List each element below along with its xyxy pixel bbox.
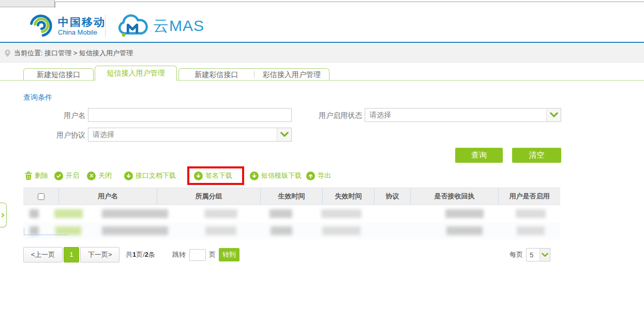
chevron-down-icon — [540, 249, 550, 261]
trash-icon — [25, 172, 32, 180]
china-mobile-swirl-icon — [28, 13, 53, 38]
enable-label: 开启 — [66, 171, 79, 180]
col-username: 用户名 — [58, 188, 157, 205]
table-header-row: 用户名 所属分组 生效时间 失效时间 协议 是否接收回执 用户是否启用 — [23, 188, 560, 205]
yun-mas-logo: 云MAS — [117, 14, 204, 38]
chevron-down-icon — [277, 128, 291, 141]
signature-download-action[interactable]: 签名下载 — [194, 171, 232, 181]
prev-page-button[interactable]: <上一页 — [23, 247, 63, 262]
close-circle-icon — [87, 172, 96, 180]
total-records: 2 — [145, 251, 148, 258]
protocol-value: 请选择 — [88, 130, 277, 140]
browser-active-tab-fragment — [55, 2, 644, 8]
per-page-label: 每页 — [510, 247, 523, 262]
select-all-cell — [23, 188, 58, 205]
upload-circle-icon — [306, 172, 315, 180]
per-page-select[interactable]: 5 — [526, 248, 550, 261]
col-group: 所属分组 — [157, 188, 260, 205]
summary-mid: 页/ — [136, 251, 145, 258]
tab-bar: 新建短信接口 短信接入用户管理 新建彩信接口 彩信接入用户管理 — [0, 63, 644, 81]
cloud-mail-icon — [117, 14, 149, 38]
query-section-title: 查询条件 — [23, 93, 52, 102]
breadcrumb-text: 当前位置: 接口管理 > 短信接入用户管理 — [14, 49, 133, 58]
location-pin-icon — [4, 49, 11, 57]
browser-tabbar-fragment — [0, 0, 55, 7]
username-input[interactable] — [88, 108, 292, 122]
chevron-right-icon — [1, 213, 5, 218]
delete-action[interactable]: 删除 — [25, 171, 48, 181]
tab-new-mms-interface[interactable]: 新建彩信接口 — [179, 69, 254, 80]
download-circle-icon — [194, 172, 203, 180]
tab-new-sms-interface[interactable]: 新建短信接口 — [23, 68, 94, 81]
protocol-select[interactable]: 请选择 — [88, 128, 292, 142]
interface-doc-download-label: 接口文档下载 — [136, 171, 176, 180]
protocol-label: 用户协议 — [47, 131, 85, 140]
brand-divider — [105, 15, 106, 37]
sidebar-expand-toggle[interactable] — [0, 203, 7, 227]
export-label: 导出 — [318, 171, 331, 180]
go-button[interactable]: 转到 — [219, 248, 239, 261]
brand-english-name: China Mobile — [58, 28, 106, 36]
signature-download-label: 签名下载 — [205, 171, 232, 180]
jump-page-input[interactable] — [189, 249, 206, 261]
user-status-select[interactable]: 请选择 — [365, 108, 561, 122]
sms-template-download-label: 短信模版下载 — [261, 171, 302, 180]
col-expire-time: 失效时间 — [322, 188, 374, 205]
table-row-redacted[interactable] — [23, 222, 560, 239]
tab-sms-access-user-management[interactable]: 短信接入用户管理 — [95, 66, 177, 81]
sms-template-download-action[interactable]: 短信模版下载 — [250, 171, 302, 181]
current-page-button[interactable]: 1 — [64, 247, 79, 262]
check-circle-icon — [54, 172, 63, 180]
col-enabled: 用户是否启用 — [498, 188, 560, 205]
sms-user-management-page: 中国移动 China Mobile 云MAS 当前位置: 接口管理 > 短信接入… — [0, 0, 644, 309]
user-table: 用户名 所属分组 生效时间 失效时间 协议 是否接收回执 用户是否启用 — [23, 188, 560, 239]
search-button[interactable]: 查询 — [455, 148, 503, 163]
download-circle-icon — [124, 172, 133, 180]
per-page-value: 5 — [527, 251, 540, 259]
summary-prefix: 共 — [126, 251, 132, 258]
product-name: 云MAS — [153, 16, 204, 37]
pagination-summary: 共1页/2条 — [126, 247, 155, 262]
tab-group-mms: 新建彩信接口 彩信接入用户管理 — [178, 68, 330, 81]
user-status-label: 用户启用状态 — [310, 111, 362, 120]
interface-doc-download-action[interactable]: 接口文档下载 — [124, 171, 176, 181]
brand-chinese-name: 中国移动 — [58, 16, 106, 28]
col-protocol: 协议 — [374, 188, 410, 205]
select-all-checkbox[interactable] — [38, 193, 44, 200]
china-mobile-logo: 中国移动 China Mobile — [28, 13, 106, 38]
username-label: 用户名 — [47, 111, 85, 120]
tab-mms-access-user-management[interactable]: 彩信接入用户管理 — [254, 69, 330, 80]
brand-text: 中国移动 China Mobile — [58, 16, 106, 36]
col-effective-time: 生效时间 — [260, 188, 322, 205]
chevron-down-icon — [546, 109, 561, 121]
table-row-redacted[interactable] — [23, 205, 560, 222]
site-header: 中国移动 China Mobile 云MAS — [0, 8, 644, 43]
next-page-button[interactable]: 下一页> — [80, 247, 119, 262]
user-status-value: 请选择 — [365, 111, 546, 120]
delete-label: 删除 — [35, 171, 48, 180]
export-action[interactable]: 导出 — [306, 171, 331, 181]
col-receipt: 是否接收回执 — [410, 188, 498, 205]
page-unit-label: 页 — [209, 247, 216, 262]
breadcrumb: 当前位置: 接口管理 > 短信接入用户管理 — [0, 44, 644, 63]
summary-suffix: 条 — [148, 251, 155, 258]
enable-action[interactable]: 开启 — [54, 171, 79, 181]
clear-button[interactable]: 清空 — [512, 148, 561, 163]
disable-label: 关闭 — [98, 171, 112, 180]
download-circle-icon — [250, 172, 259, 180]
selection-corner-artifact — [24, 228, 68, 235]
disable-action[interactable]: 关闭 — [87, 171, 112, 181]
jump-label: 跳转 — [172, 247, 186, 262]
